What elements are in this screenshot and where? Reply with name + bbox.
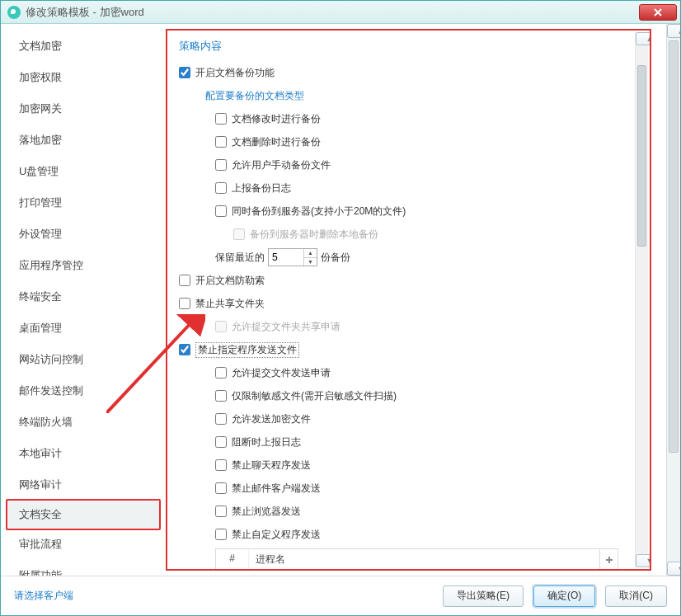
sidebar-item-label: 文档加密 bbox=[19, 40, 62, 52]
sidebar-item-endpoint-sec[interactable]: 终端安全 bbox=[1, 281, 166, 313]
export-policy-button[interactable]: 导出策略(E) bbox=[443, 585, 524, 607]
label-keep-recent-prefix: 保留最近的 bbox=[215, 251, 265, 265]
spinner-up-icon[interactable]: ▲ bbox=[304, 249, 317, 258]
checkbox-report-on-block[interactable] bbox=[215, 436, 227, 448]
label-forbid-share-folder: 禁止共享文件夹 bbox=[195, 297, 265, 311]
add-row-button[interactable] bbox=[599, 549, 618, 570]
label-forbid-prog-send: 禁止指定程序发送文件 bbox=[195, 342, 299, 358]
checkbox-forbid-chat-send[interactable] bbox=[215, 459, 227, 471]
checkbox-allow-encrypted-send[interactable] bbox=[215, 413, 227, 425]
sidebar-item-encrypt-gateway[interactable]: 加密网关 bbox=[1, 93, 166, 125]
sidebar-item-label: 文档安全 bbox=[19, 508, 62, 520]
sidebar-item-net-audit[interactable]: 网络审计 bbox=[1, 469, 166, 501]
label-allow-manual-backup: 允许用户手动备份文件 bbox=[232, 158, 331, 172]
checkbox-forbid-prog-send[interactable] bbox=[179, 344, 190, 355]
spinner-down-icon[interactable]: ▼ bbox=[304, 258, 317, 266]
row-only-sensitive: 仅限制敏感文件(需开启敏感文件扫描) bbox=[179, 387, 638, 405]
label-allow-share-apply: 允许提交文件夹共享申请 bbox=[232, 320, 340, 334]
row-forbid-browser-send: 禁止浏览器发送 bbox=[179, 502, 638, 520]
scroll-up-icon[interactable]: ▲ bbox=[667, 24, 680, 38]
label-forbid-browser-send: 禁止浏览器发送 bbox=[232, 505, 301, 519]
checkbox-anti-ransom[interactable] bbox=[179, 275, 190, 286]
row-allow-share-apply: 允许提交文件夹共享申请 bbox=[179, 317, 638, 336]
row-report-backup-log: 上报备份日志 bbox=[179, 179, 638, 197]
sidebar-item-label: 桌面管理 bbox=[19, 322, 62, 334]
checkbox-allow-manual-backup[interactable] bbox=[215, 159, 227, 171]
sidebar-item-desktop-manage[interactable]: 桌面管理 bbox=[1, 313, 166, 344]
sidebar-item-doc-security[interactable]: 文档安全 bbox=[6, 499, 161, 530]
sidebar-item-approval[interactable]: 审批流程 bbox=[1, 529, 166, 560]
sidebar-item-local-audit[interactable]: 本地审计 bbox=[1, 438, 166, 469]
row-delete-local-after: 备份到服务器时删除本地备份 bbox=[179, 225, 638, 243]
section-heading: 策略内容 bbox=[179, 39, 638, 54]
label-report-backup-log: 上报备份日志 bbox=[232, 181, 291, 195]
sidebar-item-peripheral[interactable]: 外设管理 bbox=[1, 219, 166, 250]
cancel-button[interactable]: 取消(C) bbox=[605, 585, 667, 607]
checkbox-forbid-mail-send[interactable] bbox=[215, 482, 227, 494]
checkbox-backup-to-server[interactable] bbox=[215, 205, 227, 217]
close-icon bbox=[654, 8, 662, 16]
sidebar-item-label: 邮件发送控制 bbox=[19, 384, 83, 397]
row-allow-encrypted-send: 允许发送加密文件 bbox=[179, 410, 638, 428]
checkbox-forbid-browser-send[interactable] bbox=[215, 505, 227, 517]
label-forbid-custom-send: 禁止自定义程序发送 bbox=[232, 528, 321, 542]
row-forbid-share-folder: 禁止共享文件夹 bbox=[179, 294, 638, 313]
panel-scrollbar[interactable]: ▲ ▼ bbox=[666, 24, 680, 576]
label-forbid-chat-send: 禁止聊天程序发送 bbox=[232, 458, 311, 473]
titlebar: 修改策略模板 - 加密word bbox=[1, 1, 680, 24]
sidebar-item-label: 应用程序管控 bbox=[19, 259, 83, 271]
keep-recent-spinner[interactable]: ▲ ▼ bbox=[268, 248, 317, 266]
checkbox-only-sensitive[interactable] bbox=[215, 390, 227, 402]
scroll-thumb[interactable] bbox=[669, 40, 679, 453]
keep-recent-input[interactable] bbox=[269, 249, 303, 266]
sidebar-item-web-control[interactable]: 网站访问控制 bbox=[1, 344, 166, 375]
sidebar-item-app-control[interactable]: 应用程序管控 bbox=[1, 250, 166, 281]
sidebar-item-mail-control[interactable]: 邮件发送控制 bbox=[1, 375, 166, 407]
checkbox-allow-send-apply[interactable] bbox=[215, 367, 227, 379]
sidebar-item-label: 本地审计 bbox=[19, 447, 62, 459]
sidebar-item-firewall[interactable]: 终端防火墙 bbox=[1, 407, 166, 438]
label-allow-encrypted-send: 允许发送加密文件 bbox=[232, 412, 311, 426]
sidebar-item-label: 外设管理 bbox=[19, 228, 62, 240]
sidebar-item-addon[interactable]: 附属功能 bbox=[1, 560, 166, 576]
checkbox-report-backup-log[interactable] bbox=[215, 182, 227, 194]
link-config-types[interactable]: 配置要备份的文档类型 bbox=[205, 89, 304, 103]
footer-hint[interactable]: 请选择客户端 bbox=[14, 589, 73, 603]
row-report-on-block: 阻断时上报日志 bbox=[179, 433, 638, 451]
row-backup-on-delete: 文档删除时进行备份 bbox=[179, 133, 638, 151]
dialog-body: 文档加密 加密权限 加密网关 落地加密 U盘管理 打印管理 外设管理 应用程序管… bbox=[1, 24, 680, 576]
checkbox-forbid-share-folder[interactable] bbox=[179, 298, 190, 309]
checkbox-allow-share-apply bbox=[215, 321, 227, 332]
button-label: 取消(C) bbox=[619, 590, 653, 601]
sidebar-item-label: 终端安全 bbox=[19, 290, 62, 303]
row-forbid-custom-send: 禁止自定义程序发送 bbox=[179, 525, 638, 543]
row-anti-ransom: 开启文档防勒索 bbox=[179, 271, 638, 289]
scroll-down-icon[interactable]: ▼ bbox=[667, 562, 680, 576]
sidebar-item-label: 打印管理 bbox=[19, 196, 62, 209]
content-scrollbar[interactable]: ▲ ▼ bbox=[635, 32, 648, 567]
sidebar-item-landing-encrypt[interactable]: 落地加密 bbox=[1, 125, 166, 156]
checkbox-backup-on-modify[interactable] bbox=[215, 113, 227, 125]
row-forbid-prog-send: 禁止指定程序发送文件 bbox=[179, 341, 638, 359]
table-col-process: 进程名 bbox=[249, 549, 599, 570]
sidebar-item-label: 加密网关 bbox=[19, 102, 62, 115]
sidebar-item-encrypt-perm[interactable]: 加密权限 bbox=[1, 62, 166, 93]
sidebar-item-print-manage[interactable]: 打印管理 bbox=[1, 187, 166, 219]
sidebar-item-label: 网络审计 bbox=[19, 478, 62, 491]
checkbox-backup-on-delete[interactable] bbox=[215, 136, 227, 148]
label-backup-on-modify: 文档修改时进行备份 bbox=[232, 112, 321, 126]
label-report-on-block: 阻断时上报日志 bbox=[232, 435, 301, 449]
sidebar-item-usb-manage[interactable]: U盘管理 bbox=[1, 156, 166, 187]
ok-button[interactable]: 确定(O) bbox=[533, 585, 595, 607]
close-button[interactable] bbox=[639, 4, 677, 21]
checkbox-enable-backup[interactable] bbox=[179, 67, 190, 78]
row-config-types: 配置要备份的文档类型 bbox=[179, 87, 638, 105]
sidebar-item-doc-encrypt[interactable]: 文档加密 bbox=[1, 31, 166, 62]
sidebar-item-label: 审批流程 bbox=[19, 538, 62, 550]
checkbox-forbid-custom-send[interactable] bbox=[215, 529, 227, 540]
spinner-buttons: ▲ ▼ bbox=[303, 249, 317, 266]
scroll-thumb[interactable] bbox=[637, 65, 646, 247]
row-allow-manual-backup: 允许用户手动备份文件 bbox=[179, 156, 638, 174]
scroll-up-icon[interactable]: ▲ bbox=[636, 32, 651, 45]
scroll-down-icon[interactable]: ▼ bbox=[636, 554, 651, 567]
